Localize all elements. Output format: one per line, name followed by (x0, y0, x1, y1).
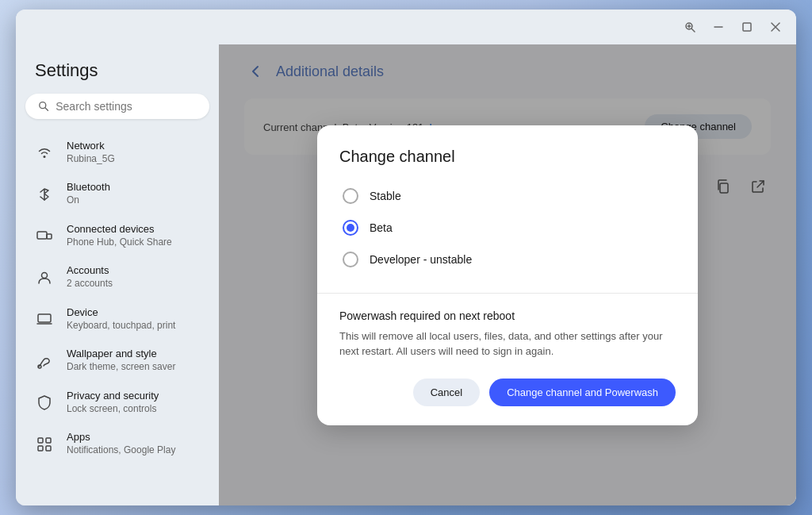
apps-sublabel: Notifications, Google Play (67, 444, 200, 457)
svg-rect-18 (46, 446, 51, 451)
radio-developer[interactable]: Developer - unstable (339, 245, 676, 274)
channel-radio-group: Stable Beta Developer - unstable (339, 182, 676, 274)
change-channel-dialog: Change channel Stable Beta (317, 125, 698, 425)
confirm-button[interactable]: Change channel and Powerwash (489, 379, 676, 406)
powerwash-title: Powerwash required on next reboot (339, 309, 676, 322)
devices-icon (35, 226, 54, 245)
apps-icon (35, 435, 54, 454)
dialog-overlay: Change channel Stable Beta (219, 44, 796, 505)
accounts-sublabel: 2 accounts (67, 278, 200, 290)
radio-beta-circle (343, 220, 358, 236)
sidebar-item-bluetooth[interactable]: Bluetooth On (16, 173, 219, 214)
radio-developer-circle (343, 252, 358, 267)
sidebar-item-wallpaper[interactable]: Wallpaper and style Dark theme, screen s… (16, 340, 219, 381)
cancel-button[interactable]: Cancel (413, 379, 480, 406)
apps-label: Apps (67, 431, 200, 444)
radio-stable-label: Stable (370, 190, 401, 202)
dialog-divider (317, 293, 698, 294)
sidebar-item-accounts[interactable]: Accounts 2 accounts (16, 256, 219, 298)
account-icon (35, 268, 54, 287)
close-icon (770, 21, 781, 33)
radio-stable[interactable]: Stable (339, 182, 676, 210)
settings-window: Settings Network Rub (16, 10, 796, 505)
sidebar-item-device[interactable]: Device Keyboard, touchpad, print (16, 298, 219, 340)
titlebar (16, 10, 796, 44)
zoom-button[interactable] (679, 16, 701, 38)
bluetooth-icon (35, 185, 54, 204)
shield-icon (35, 393, 54, 412)
privacy-sublabel: Lock screen, controls (67, 403, 200, 416)
svg-rect-10 (37, 232, 47, 239)
bluetooth-label: Bluetooth (67, 181, 200, 194)
svg-rect-13 (38, 314, 51, 322)
svg-rect-5 (743, 23, 751, 31)
bluetooth-sublabel: On (67, 194, 200, 207)
sidebar-item-apps[interactable]: Apps Notifications, Google Play (16, 423, 219, 464)
main-content: Additional details Current channel: Beta… (219, 44, 796, 505)
close-button[interactable] (764, 16, 787, 38)
settings-title: Settings (16, 44, 219, 94)
powerwash-description: This will remove all local users, files,… (339, 329, 676, 359)
search-bar[interactable] (25, 94, 209, 119)
radio-developer-label: Developer - unstable (370, 253, 472, 266)
dialog-actions: Cancel Change channel and Powerwash (339, 379, 676, 406)
sidebar-item-connected-devices[interactable]: Connected devices Phone Hub, Quick Share (16, 215, 219, 256)
brush-icon (35, 352, 54, 371)
maximize-button[interactable] (736, 16, 758, 38)
sidebar-item-privacy[interactable]: Privacy and security Lock screen, contro… (16, 382, 219, 423)
svg-rect-15 (38, 438, 43, 443)
search-input[interactable] (56, 100, 197, 113)
accounts-label: Accounts (67, 264, 200, 278)
wifi-icon (35, 143, 54, 162)
svg-point-12 (42, 272, 48, 278)
laptop-icon (35, 309, 54, 329)
network-label: Network (67, 140, 200, 153)
sidebar-item-network[interactable]: Network Rubina_5G (16, 132, 219, 173)
minimize-button[interactable] (707, 16, 730, 38)
zoom-icon (684, 21, 695, 33)
radio-beta-dot (347, 224, 354, 232)
network-sublabel: Rubina_5G (67, 153, 200, 166)
svg-line-9 (45, 108, 48, 111)
radio-beta[interactable]: Beta (339, 213, 676, 242)
radio-stable-circle (343, 188, 358, 204)
connected-devices-sublabel: Phone Hub, Quick Share (67, 236, 200, 249)
svg-rect-11 (47, 234, 52, 239)
search-icon (38, 100, 49, 113)
radio-beta-label: Beta (370, 221, 393, 234)
svg-line-1 (691, 29, 695, 32)
svg-rect-16 (46, 438, 51, 443)
sidebar: Settings Network Rub (16, 44, 219, 505)
privacy-label: Privacy and security (67, 390, 200, 403)
device-sublabel: Keyboard, touchpad, print (67, 320, 200, 332)
svg-rect-17 (38, 446, 43, 451)
minimize-icon (713, 21, 724, 33)
maximize-icon (741, 21, 753, 33)
wallpaper-label: Wallpaper and style (67, 348, 200, 361)
connected-devices-label: Connected devices (67, 223, 200, 236)
dialog-title: Change channel (339, 148, 676, 166)
device-label: Device (67, 306, 200, 320)
wallpaper-sublabel: Dark theme, screen saver (67, 361, 200, 374)
